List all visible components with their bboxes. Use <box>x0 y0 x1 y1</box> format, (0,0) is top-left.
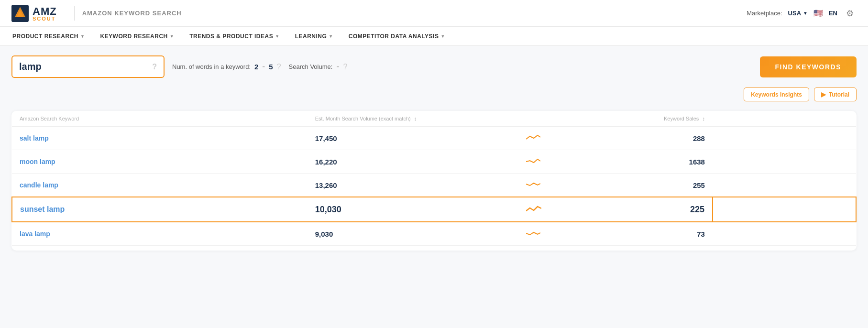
nav-item-product-research[interactable]: PRODUCT RESEARCH ▼ <box>11 27 86 45</box>
nav-arrow-product-research: ▼ <box>80 34 85 39</box>
marketplace-label: Marketplace: <box>747 10 782 17</box>
col-sort-volume-icon: ↕ <box>414 116 417 121</box>
nav-item-trends[interactable]: TRENDS & PRODUCT IDEAS ▼ <box>188 27 280 45</box>
col-header-trend <box>518 116 586 127</box>
keyword-sales-value: 73 <box>697 230 705 238</box>
search-help-icon[interactable]: ? <box>152 63 157 71</box>
row-volume-cell: 16,220 <box>308 150 518 174</box>
tutorial-play-icon: ▶ <box>821 91 826 98</box>
col-header-extra <box>713 116 856 127</box>
volume-dash: - <box>336 62 339 72</box>
words-help-icon[interactable]: ? <box>277 63 281 71</box>
topbar-divider <box>74 6 75 21</box>
nav-arrow-trends: ▼ <box>275 34 279 39</box>
words-filter-group: Num. of words in a keyword: 2 - 5 ? <box>172 62 281 72</box>
table-row-highlighted: sunset lamp 10,030 225 <box>12 197 856 222</box>
row-sales-cell: 255 <box>586 174 713 197</box>
marketplace-chevron-icon: ▼ <box>803 11 808 16</box>
keyword-sales-value: 288 <box>693 134 705 142</box>
action-buttons-row: Keywords Insights ▶ Tutorial <box>11 87 857 101</box>
marketplace-value: USA <box>788 10 801 17</box>
table-row: lava lamp 9,030 73 <box>12 222 856 246</box>
nav-label-competitor: COMPETITOR DATA ANALYSIS <box>349 33 439 40</box>
nav-label-product-research: PRODUCT RESEARCH <box>12 33 78 40</box>
row-volume-cell: 13,260 <box>308 174 518 197</box>
row-sales-cell: 288 <box>586 127 713 150</box>
search-volume-value: 17,450 <box>315 134 337 142</box>
row-extra-cell <box>713 127 856 150</box>
nav-label-trends: TRENDS & PRODUCT IDEAS <box>189 33 273 40</box>
trend-chart-icon <box>526 181 540 189</box>
volume-help-icon[interactable]: ? <box>343 63 347 71</box>
nav-arrow-learning: ▼ <box>329 34 333 39</box>
keyword-link[interactable]: candle lamp <box>20 181 58 189</box>
row-keyword-cell: candle lamp <box>12 174 308 197</box>
row-sales-cell: 73 <box>586 222 713 246</box>
table-row: candle lamp 13,260 255 <box>12 174 856 197</box>
row-volume-cell: 9,030 <box>308 222 518 246</box>
main-content: ? Num. of words in a keyword: 2 - 5 ? Se… <box>0 46 868 260</box>
search-volume-value-highlighted: 10,030 <box>315 205 341 214</box>
row-trend-cell <box>518 127 586 150</box>
table-row: salt lamp 17,450 288 <box>12 127 856 150</box>
words-dash: - <box>262 62 265 72</box>
col-header-volume[interactable]: Est. Month Search Volume (exact match) ↕ <box>308 116 518 127</box>
nav-label-keyword-research: KEYWORD RESEARCH <box>100 33 167 40</box>
search-input[interactable] <box>19 61 143 72</box>
tutorial-label: Tutorial <box>829 91 849 98</box>
col-header-keyword: Amazon Search Keyword <box>12 116 308 127</box>
keyword-link-highlighted[interactable]: sunset lamp <box>20 205 65 213</box>
app-title: AMAZON KEYWORD SEARCH <box>82 10 182 17</box>
nav-label-learning: LEARNING <box>295 33 327 40</box>
results-table: Amazon Search Keyword Est. Month Search … <box>11 116 857 246</box>
settings-button[interactable]: ⚙ <box>843 7 857 20</box>
nav-item-keyword-research[interactable]: KEYWORD RESEARCH ▼ <box>99 27 175 45</box>
row-volume-cell: 10,030 <box>308 197 518 222</box>
row-sales-cell: 225 <box>586 197 713 222</box>
language-label: EN <box>829 10 837 17</box>
row-trend-cell <box>518 174 586 197</box>
nav-arrow-keyword-research: ▼ <box>170 34 174 39</box>
row-keyword-cell: sunset lamp <box>12 197 308 222</box>
row-trend-cell <box>518 150 586 174</box>
col-header-sales[interactable]: Keyword Sales ↕ <box>586 116 713 127</box>
search-volume-value: 16,220 <box>315 158 337 166</box>
nav-arrow-competitor: ▼ <box>440 34 445 39</box>
volume-filter-group: Search Volume: - ? <box>289 62 348 72</box>
row-keyword-cell: lava lamp <box>12 222 308 246</box>
logo-scout-text: SCOUT <box>33 16 57 22</box>
flag-icon: 🇺🇸 <box>813 9 823 18</box>
nav-item-learning[interactable]: LEARNING ▼ <box>294 27 334 45</box>
volume-filter-label: Search Volume: <box>289 63 333 70</box>
nav-item-competitor[interactable]: COMPETITOR DATA ANALYSIS ▼ <box>348 27 446 45</box>
trend-chart-icon-highlighted <box>526 206 541 214</box>
row-extra-cell <box>713 197 856 222</box>
keyword-link[interactable]: salt lamp <box>20 134 49 142</box>
search-row: ? Num. of words in a keyword: 2 - 5 ? Se… <box>11 55 857 78</box>
row-extra-cell <box>713 222 856 246</box>
results-table-wrapper: Amazon Search Keyword Est. Month Search … <box>11 111 857 251</box>
row-keyword-cell: moon lamp <box>12 150 308 174</box>
find-keywords-button[interactable]: FIND KEYWORDS <box>760 56 857 77</box>
col-header-volume-text: Est. Month Search Volume (exact match) <box>315 116 411 121</box>
trend-chart-icon <box>526 230 540 238</box>
search-volume-value: 13,260 <box>315 181 337 189</box>
row-trend-cell <box>518 222 586 246</box>
row-extra-cell <box>713 174 856 197</box>
row-extra-cell <box>713 150 856 174</box>
main-nav: PRODUCT RESEARCH ▼ KEYWORD RESEARCH ▼ TR… <box>0 27 868 46</box>
logo-area: AMZ SCOUT <box>11 5 57 22</box>
search-box[interactable]: ? <box>11 55 165 78</box>
keyword-link[interactable]: lava lamp <box>20 230 50 238</box>
trend-chart-icon <box>526 134 540 142</box>
amzscout-logo-icon <box>11 5 29 22</box>
tutorial-button[interactable]: ▶ Tutorial <box>814 87 857 101</box>
keywords-insights-button[interactable]: Keywords Insights <box>744 87 809 101</box>
col-sort-sales-icon: ↕ <box>702 116 705 121</box>
keyword-sales-value-highlighted: 225 <box>690 205 704 214</box>
keyword-sales-value: 1638 <box>689 158 705 166</box>
keyword-sales-value: 255 <box>693 181 705 189</box>
keyword-link[interactable]: moon lamp <box>20 158 55 165</box>
col-header-sales-text: Keyword Sales <box>664 116 699 121</box>
marketplace-selector[interactable]: USA ▼ <box>788 10 808 17</box>
